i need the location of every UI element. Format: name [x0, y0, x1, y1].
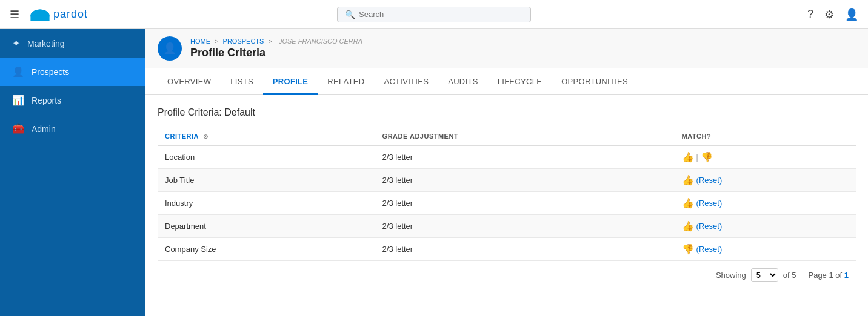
breadcrumb-sep2: > — [268, 38, 273, 45]
showing-label: Showing — [716, 271, 746, 280]
reset-link[interactable]: (Reset) — [696, 245, 723, 254]
col-header-match: MATCH? — [675, 128, 856, 145]
sidebar-item-label: Marketing — [27, 39, 64, 48]
match-cell[interactable]: 👍 (Reset) — [675, 215, 856, 238]
thumbs-up-active[interactable]: 👍 — [682, 220, 694, 232]
grade-cell: 2/3 letter — [375, 215, 675, 238]
salesforce-logo — [29, 7, 51, 22]
match-cell[interactable]: 👍 | 👎 — [675, 145, 856, 169]
search-icon: 🔍 — [345, 10, 355, 19]
settings-icon[interactable]: ⚙ — [824, 8, 834, 21]
content-area: Profile Criteria: Default CRITERIA ⊙ GRA… — [145, 95, 868, 316]
grade-cell: 2/3 letter — [375, 238, 675, 261]
reset-link[interactable]: (Reset) — [696, 199, 723, 208]
grade-cell: 2/3 letter — [375, 169, 675, 192]
svg-rect-4 — [30, 15, 49, 21]
sidebar-item-label: Admin — [32, 124, 56, 134]
page-header: 👤 HOME > PROSPECTS > JOSE FRANCISCO CERR… — [145, 29, 868, 68]
sidebar-item-reports[interactable]: 📊 Reports — [0, 86, 145, 114]
tab-opportunities[interactable]: OPPORTUNITIES — [552, 68, 638, 95]
breadcrumb-prospect-name: JOSE FRANCISCO CERRA — [279, 38, 362, 45]
user-icon[interactable]: 👤 — [845, 8, 858, 21]
col-header-criteria[interactable]: CRITERIA ⊙ — [158, 128, 375, 145]
sidebar-item-admin[interactable]: 🧰 Admin — [0, 114, 145, 143]
reset-link[interactable]: (Reset) — [696, 222, 723, 231]
table-header-row: CRITERIA ⊙ GRADE ADJUSTMENT MATCH? — [158, 128, 856, 145]
section-title: Profile Criteria: Default — [158, 107, 856, 118]
criteria-cell: Location — [158, 145, 375, 169]
of-total: of 5 — [783, 271, 796, 280]
pagination-bar: Showing 5 10 25 of 5 Page 1 of 1 — [158, 261, 856, 287]
tab-audits[interactable]: AUDITS — [438, 68, 487, 95]
tab-activities[interactable]: ACTIVITIES — [374, 68, 438, 95]
criteria-cell: Company Size — [158, 238, 375, 261]
table-row: Company Size2/3 letter👎 (Reset) — [158, 238, 856, 261]
sort-icon: ⊙ — [203, 133, 209, 140]
sidebar: ✦ Marketing 👤 Prospects 📊 Reports 🧰 Admi… — [0, 29, 145, 316]
thumbs-up-active[interactable]: 👍 — [682, 197, 694, 209]
search-input[interactable] — [359, 10, 523, 19]
table-row: Department2/3 letter👍 (Reset) — [158, 215, 856, 238]
match-controls: 👍 (Reset) — [682, 220, 849, 232]
hamburger-icon[interactable]: ☰ — [10, 8, 19, 21]
match-cell[interactable]: 👍 (Reset) — [675, 169, 856, 192]
layout: ✦ Marketing 👤 Prospects 📊 Reports 🧰 Admi… — [0, 29, 868, 316]
page-link[interactable]: 1 — [844, 271, 849, 280]
search-bar[interactable]: 🔍 — [337, 7, 531, 22]
marketing-icon: ✦ — [12, 38, 20, 49]
criteria-cell: Job Title — [158, 169, 375, 192]
logo-text: pardot — [53, 8, 88, 21]
match-controls: 👍 (Reset) — [682, 197, 849, 209]
sidebar-item-marketing[interactable]: ✦ Marketing — [0, 29, 145, 58]
tab-lists[interactable]: LISTS — [221, 68, 263, 95]
sidebar-item-prospects[interactable]: 👤 Prospects — [0, 58, 145, 86]
page-title: Profile Criteria — [190, 47, 365, 59]
criteria-table: CRITERIA ⊙ GRADE ADJUSTMENT MATCH? Locat… — [158, 128, 856, 261]
main-content: 👤 HOME > PROSPECTS > JOSE FRANCISCO CERR… — [145, 29, 868, 316]
breadcrumb-prospects[interactable]: PROSPECTS — [223, 38, 264, 45]
tabs-bar: OVERVIEW LISTS PROFILE RELATED ACTIVITIE… — [145, 68, 868, 95]
match-controls: 👎 (Reset) — [682, 243, 849, 255]
tab-lifecycle[interactable]: LIFECYCLE — [488, 68, 552, 95]
criteria-cell: Department — [158, 215, 375, 238]
tab-profile[interactable]: PROFILE — [263, 68, 318, 95]
breadcrumb-home[interactable]: HOME — [190, 38, 210, 45]
grade-cell: 2/3 letter — [375, 192, 675, 215]
tab-overview[interactable]: OVERVIEW — [158, 68, 221, 95]
match-cell[interactable]: 👍 (Reset) — [675, 192, 856, 215]
col-header-grade: GRADE ADJUSTMENT — [375, 128, 675, 145]
match-cell[interactable]: 👎 (Reset) — [675, 238, 856, 261]
sidebar-item-label: Reports — [32, 96, 61, 105]
criteria-cell: Industry — [158, 192, 375, 215]
match-controls: 👍 (Reset) — [682, 174, 849, 186]
thumbs-down-button[interactable]: 👎 — [701, 151, 713, 163]
tab-related[interactable]: RELATED — [318, 68, 374, 95]
admin-icon: 🧰 — [12, 123, 24, 134]
thumbs-up-button[interactable]: 👍 — [682, 151, 694, 163]
breadcrumb-area: HOME > PROSPECTS > JOSE FRANCISCO CERRA … — [190, 38, 365, 59]
top-nav-icons: ? ⚙ 👤 — [807, 8, 858, 21]
page-info: Page 1 of 1 — [808, 271, 849, 280]
avatar: 👤 — [158, 36, 182, 61]
help-icon[interactable]: ? — [807, 8, 813, 21]
per-page-select[interactable]: 5 10 25 — [751, 268, 778, 282]
sidebar-item-label: Prospects — [32, 67, 69, 77]
grade-cell: 2/3 letter — [375, 145, 675, 169]
reset-link[interactable]: (Reset) — [696, 176, 723, 185]
logo-area: pardot — [29, 7, 88, 22]
separator: | — [696, 153, 698, 162]
thumbs-up-active[interactable]: 👍 — [682, 174, 694, 186]
table-row: Job Title2/3 letter👍 (Reset) — [158, 169, 856, 192]
thumbs-down-active[interactable]: 👎 — [682, 243, 694, 255]
table-row: Industry2/3 letter👍 (Reset) — [158, 192, 856, 215]
reports-icon: 📊 — [12, 94, 24, 106]
match-controls: 👍 | 👎 — [682, 151, 849, 163]
breadcrumb-sep1: > — [215, 38, 220, 45]
breadcrumb: HOME > PROSPECTS > JOSE FRANCISCO CERRA — [190, 38, 365, 45]
table-row: Location2/3 letter👍 | 👎 — [158, 145, 856, 169]
prospects-icon: 👤 — [12, 66, 24, 77]
top-nav: ☰ pardot 🔍 ? ⚙ 👤 — [0, 0, 868, 29]
